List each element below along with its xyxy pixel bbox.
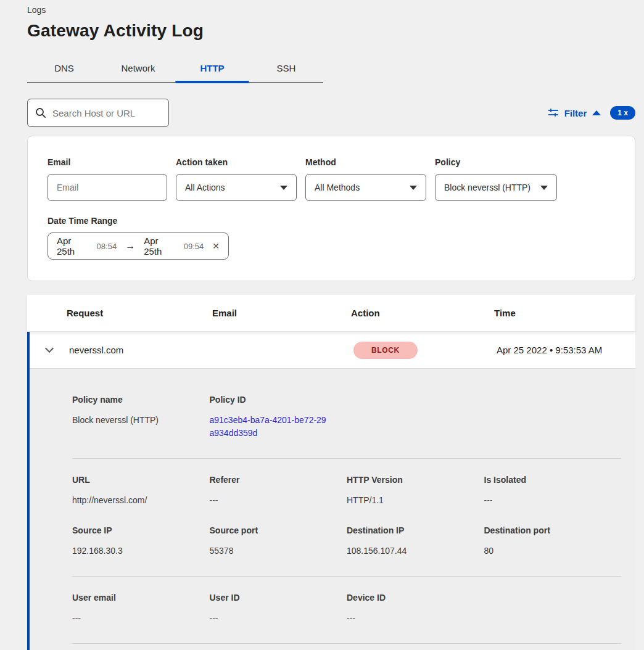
policy-id-label: Policy ID <box>210 395 347 405</box>
active-filter-count-badge: 1 x <box>610 106 635 120</box>
filter-controls: Filter 1 x <box>548 106 635 120</box>
user-id-value: --- <box>210 612 347 625</box>
referer-label: Referer <box>210 475 347 485</box>
action-taken-label: Action taken <box>176 157 297 167</box>
action-taken-value: All Actions <box>185 183 225 192</box>
details-footer: View domain details in Radar → <box>72 644 621 650</box>
range-arrow-icon: → <box>123 241 138 252</box>
page-title: Gateway Activity Log <box>27 21 635 41</box>
policy-section: Policy name Block neverssl (HTTP) Policy… <box>72 382 621 459</box>
filter-sliders-icon <box>548 108 559 118</box>
row-expand-chevron-icon[interactable] <box>45 344 54 353</box>
method-value: All Methods <box>315 183 360 192</box>
policy-select[interactable]: Block neverssl (HTTP) <box>435 174 557 201</box>
action-block-badge: BLOCK <box>353 342 418 359</box>
col-header-action: Action <box>351 308 494 318</box>
row-request: neverssl.com <box>69 345 215 355</box>
destination-ip-item: Destination IP 108.156.107.44 <box>347 525 484 557</box>
col-header-request: Request <box>67 308 212 318</box>
filter-toggle-button[interactable]: Filter <box>564 108 587 118</box>
is-isolated-label: Is Isolated <box>484 475 622 485</box>
method-field: Method All Methods <box>305 157 426 201</box>
tab-http[interactable]: HTTP <box>175 56 249 82</box>
device-id-item: Device ID --- <box>347 593 484 625</box>
user-section: User email --- User ID --- Device ID --- <box>72 577 621 644</box>
activity-log-table: Request Email Action Time neverssl.com B… <box>27 295 635 650</box>
http-version-label: HTTP Version <box>347 475 484 485</box>
policy-name-item: Policy name Block neverssl (HTTP) <box>72 395 210 440</box>
breadcrumb[interactable]: Logs <box>27 5 635 15</box>
http-version-item: HTTP Version HTTP/1.1 <box>347 475 484 507</box>
row-time: Apr 25 2022 • 9:53:53 AM <box>497 345 635 355</box>
chevron-down-icon <box>410 186 417 190</box>
date-time-range-label: Date Time Range <box>47 216 615 226</box>
is-isolated-value: --- <box>484 494 622 507</box>
policy-label: Policy <box>435 157 557 167</box>
policy-value: Block neverssl (HTTP) <box>444 183 530 192</box>
table-header-row: Request Email Action Time <box>27 295 635 332</box>
url-value: http://neverssl.com/ <box>72 494 210 507</box>
tab-network[interactable]: Network <box>101 56 175 82</box>
date-range-picker[interactable]: Apr 25th 08:54 → Apr 25th 09:54 ✕ <box>47 232 229 260</box>
email-filter-field: Email <box>47 157 167 201</box>
destination-ip-label: Destination IP <box>347 525 484 535</box>
action-taken-select[interactable]: All Actions <box>176 174 297 201</box>
referer-value: --- <box>210 494 347 507</box>
destination-port-item: Destination port 80 <box>484 525 622 557</box>
user-email-value: --- <box>72 612 210 625</box>
clear-date-range-icon[interactable]: ✕ <box>212 241 220 251</box>
destination-ip-value: 108.156.107.44 <box>347 545 484 557</box>
gateway-activity-page: Logs Gateway Activity Log DNS Network HT… <box>0 0 644 650</box>
email-filter-label: Email <box>47 157 167 167</box>
method-label: Method <box>305 157 426 167</box>
policy-name-label: Policy name <box>72 395 210 405</box>
log-type-tabs: DNS Network HTTP SSH <box>27 56 323 83</box>
date-time-range-field: Date Time Range Apr 25th 08:54 → Apr 25t… <box>47 216 615 260</box>
user-id-label: User ID <box>210 593 347 603</box>
source-ip-item: Source IP 192.168.30.3 <box>72 525 210 557</box>
http-version-value: HTTP/1.1 <box>347 494 484 507</box>
table-row[interactable]: neverssl.com BLOCK Apr 25 2022 • 9:53:53… <box>30 332 635 369</box>
url-label: URL <box>72 475 210 485</box>
filter-panel: Email Action taken All Actions Method Al… <box>27 136 635 281</box>
chevron-down-icon <box>280 186 287 190</box>
expanded-row-container: neverssl.com BLOCK Apr 25 2022 • 9:53:53… <box>27 332 635 650</box>
toolbar: Filter 1 x <box>27 99 635 127</box>
search-input[interactable] <box>52 108 157 118</box>
destination-port-label: Destination port <box>484 525 622 535</box>
user-id-item: User ID --- <box>210 593 347 625</box>
tab-ssh[interactable]: SSH <box>249 56 323 82</box>
start-time: 08:54 <box>97 242 117 251</box>
destination-port-value: 80 <box>484 545 622 557</box>
source-port-item: Source port 55378 <box>210 525 347 557</box>
policy-id-item: Policy ID a91c3eb4-ba7a-4201-be72-29a934… <box>210 395 347 440</box>
policy-name-value: Block neverssl (HTTP) <box>72 414 210 427</box>
tab-dns[interactable]: DNS <box>27 56 101 82</box>
email-filter-input[interactable] <box>57 183 158 192</box>
request-details-section: URL http://neverssl.com/ Referer --- HTT… <box>72 459 621 577</box>
end-time: 09:54 <box>184 242 204 251</box>
collapse-caret-icon[interactable] <box>592 110 601 115</box>
source-ip-value: 192.168.30.3 <box>72 545 210 557</box>
source-ip-label: Source IP <box>72 525 210 535</box>
url-item: URL http://neverssl.com/ <box>72 475 210 507</box>
user-email-item: User email --- <box>72 593 210 625</box>
end-date: Apr 25th <box>144 236 178 257</box>
referer-item: Referer --- <box>210 475 347 507</box>
chevron-down-icon <box>540 186 548 190</box>
method-select[interactable]: All Methods <box>305 174 426 201</box>
device-id-label: Device ID <box>347 593 484 603</box>
is-isolated-item: Is Isolated --- <box>484 475 622 507</box>
device-id-value: --- <box>347 612 484 625</box>
user-email-label: User email <box>72 593 210 603</box>
search-icon <box>35 107 46 118</box>
action-taken-field: Action taken All Actions <box>176 157 297 201</box>
source-port-value: 55378 <box>210 545 347 557</box>
source-port-label: Source port <box>210 525 347 535</box>
start-date: Apr 25th <box>57 236 91 257</box>
policy-field: Policy Block neverssl (HTTP) <box>435 157 557 201</box>
col-header-time: Time <box>494 308 635 318</box>
policy-id-link[interactable]: a91c3eb4-ba7a-4201-be72-29a934dd359d <box>210 414 327 440</box>
col-header-email: Email <box>212 308 351 318</box>
search-box[interactable] <box>27 99 169 127</box>
